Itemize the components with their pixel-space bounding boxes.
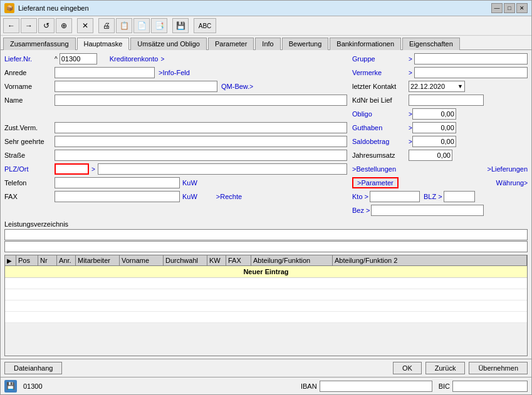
guthaben-input[interactable] [412, 122, 456, 133]
zuruck-button[interactable]: Zurück [425, 362, 466, 374]
kuw-label[interactable]: KuW [182, 179, 197, 187]
blz-label[interactable]: BLZ > [424, 193, 442, 200]
kto-row: Kto > BLZ > [352, 190, 528, 203]
leistung-box-2[interactable] [4, 241, 528, 252]
letzter-kontakt-input[interactable]: 22.12.2020 ▼ [409, 81, 465, 92]
back-button[interactable]: ← [3, 18, 19, 33]
maximize-button[interactable]: □ [504, 3, 515, 13]
ort-input[interactable] [98, 163, 347, 175]
th-pos: Pos [16, 255, 38, 265]
add-button[interactable]: ⊕ [56, 18, 72, 33]
tab-zusammenfassung[interactable]: Zusammenfassung [3, 38, 76, 50]
tab-bankinformationen[interactable]: Bankinformationen [330, 38, 401, 50]
status-icon: 💾 [4, 380, 17, 392]
kuw2-label[interactable]: KuW [182, 193, 197, 200]
obligo-label[interactable]: Obligo [352, 110, 409, 118]
anrede-label: Anrede [4, 69, 55, 76]
print-button[interactable]: 🖨 [98, 18, 115, 33]
tab-umsatze[interactable]: Umsätze und Obligo [130, 38, 207, 50]
qm-bew-label[interactable]: QM-Bew. [221, 83, 249, 90]
close-button[interactable]: ✕ [516, 3, 528, 13]
rechte-label[interactable]: >Rechte [216, 193, 242, 200]
doc-button[interactable]: 📄 [133, 18, 150, 33]
empty-row-3 [5, 300, 527, 312]
tab-parameter[interactable]: Parameter [208, 38, 254, 50]
vermerke-input[interactable] [414, 67, 528, 78]
sehr-geehrte-input[interactable] [55, 136, 347, 147]
vermerke-row: Vermerke > [352, 66, 528, 79]
kdnr-input[interactable] [409, 95, 484, 106]
iban-input[interactable] [320, 381, 432, 392]
name-input[interactable] [55, 95, 347, 106]
ok-button[interactable]: OK [393, 362, 422, 374]
plz-input[interactable] [56, 165, 88, 173]
tab-info[interactable]: Info [255, 38, 280, 50]
kreditorenkonto-arrow[interactable]: > [160, 56, 164, 63]
obligo-row: Obligo > [352, 108, 528, 120]
window-icon: 📦 [4, 3, 14, 13]
bic-input[interactable] [452, 381, 528, 392]
kdnr-label: KdNr bei Lief [352, 96, 409, 104]
letzter-kontakt-row: letzter Kontakt 22.12.2020 ▼ [352, 80, 528, 93]
th-abteilung: Abteilung/Funktion [251, 255, 333, 265]
sehr-geehrte-label: Sehr geehrte [4, 138, 55, 145]
abc-button[interactable]: ABC [194, 18, 216, 33]
liefer-nr-input[interactable] [60, 53, 97, 64]
doc2-button[interactable]: 📑 [151, 18, 167, 33]
save-button[interactable]: 💾 [172, 18, 189, 33]
obligo-input[interactable] [412, 108, 456, 120]
jahresumsatz-input[interactable] [409, 150, 452, 161]
status-bar: 💾 01300 IBAN BIC [1, 377, 531, 394]
sehr-geehrte-row: Sehr geehrte [4, 135, 347, 148]
name-row: Name [4, 94, 347, 106]
vorname-input[interactable] [55, 81, 217, 92]
gruppe-label[interactable]: Gruppe [352, 55, 409, 63]
zust-verm-input[interactable] [55, 122, 347, 133]
liefer-nr-arrow: ^ [55, 56, 58, 63]
kto-input[interactable] [370, 191, 420, 202]
vermerke-arrow[interactable]: > [409, 69, 412, 76]
th-anr: Anr. [57, 255, 76, 265]
dateianhang-button[interactable]: Dateianhang [4, 362, 62, 374]
telefon-input[interactable] [55, 177, 180, 188]
date-dropdown-icon[interactable]: ▼ [457, 83, 463, 90]
fax-label: FAX [4, 193, 55, 200]
qm-bew-arrow[interactable]: > [249, 83, 253, 90]
gruppe-arrow[interactable]: > [409, 56, 412, 63]
saldobetrag-input[interactable] [412, 136, 456, 147]
tab-eigenschaften[interactable]: Eigenschaften [402, 38, 460, 50]
vermerke-label[interactable]: Vermerke [352, 69, 409, 76]
bez-input[interactable] [371, 205, 484, 216]
saldobetrag-label[interactable]: Saldobetrag [352, 138, 409, 145]
info-feld-label[interactable]: >Info-Feld [159, 69, 190, 76]
guthaben-label[interactable]: Guthaben [352, 124, 409, 131]
kto-label[interactable]: Kto > [352, 193, 368, 200]
parameter-button[interactable]: >Parameter [352, 177, 399, 188]
tab-hauptmaske[interactable]: Hauptmaske [77, 38, 130, 50]
refresh-button[interactable]: ↺ [38, 18, 55, 33]
new-entry-row[interactable]: Neuer Eintrag [5, 266, 527, 278]
fax-input[interactable] [55, 191, 180, 202]
plz-arrow[interactable]: > [91, 166, 95, 173]
tab-bewertung[interactable]: Bewertung [282, 38, 329, 50]
copy-button[interactable]: 📋 [116, 18, 132, 33]
wahrung-arrow[interactable]: > [524, 180, 528, 187]
gruppe-input[interactable] [414, 53, 528, 64]
bez-label[interactable]: Bez > [352, 207, 370, 214]
delete-button[interactable]: ✕ [77, 18, 93, 33]
anrede-input[interactable] [55, 67, 155, 78]
blz-input[interactable] [444, 191, 475, 202]
liefer-nr-label[interactable]: Liefer.Nr. [4, 55, 55, 63]
strasse-input[interactable] [55, 150, 347, 161]
plz-label[interactable]: PLZ/Ort [4, 165, 55, 173]
leistung-box-1[interactable] [4, 229, 528, 240]
kreditorenkonto-label[interactable]: Kreditorenkonto [110, 55, 159, 63]
th-play: ▶ [5, 255, 16, 265]
minimize-button[interactable]: — [491, 3, 503, 13]
forward-button[interactable]: → [21, 18, 37, 33]
zust-verm-label: Zust.Verm. [4, 124, 55, 131]
wahrung-label[interactable]: Währung [496, 179, 524, 187]
bestellungen-label[interactable]: >Bestellungen [352, 165, 396, 173]
ubernehmen-button[interactable]: Übernehmen [469, 362, 528, 374]
lieferungen-label[interactable]: >Lieferungen [487, 165, 528, 173]
